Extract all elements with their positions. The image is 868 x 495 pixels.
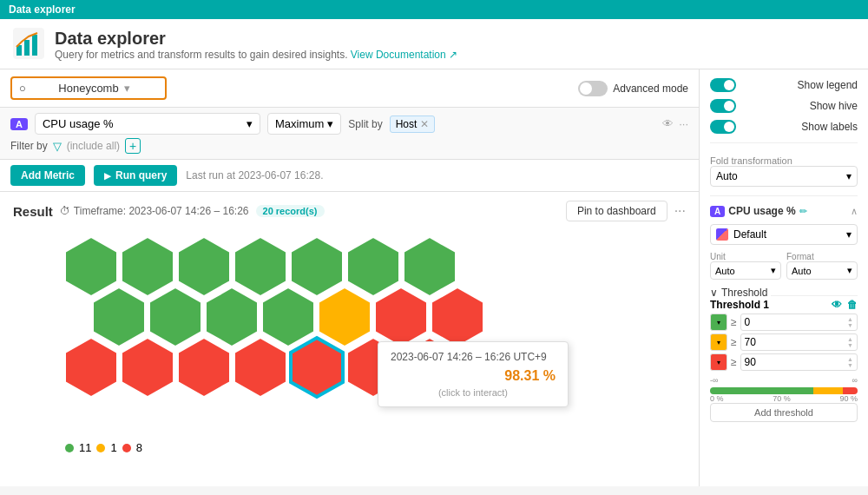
metric-a-badge: A	[710, 206, 725, 217]
threshold-color-yellow[interactable]: ▾	[710, 333, 727, 351]
threshold-section: ∨ Threshold Threshold 1 👁 🗑 ▾ ≥ 0 ▲▼	[710, 287, 858, 422]
header-icon	[13, 28, 44, 62]
threshold-header[interactable]: ∨ Threshold	[710, 287, 767, 299]
eye-icon[interactable]: 👁	[832, 299, 842, 311]
main-layout: ○ Honeycomb ▾ Advanced mode A CPU usage …	[0, 69, 868, 486]
svg-marker-13	[206, 287, 258, 346]
split-by-label: Split by	[348, 118, 382, 130]
threshold-rule-red: ▾ ≥ 90 ▲▼	[710, 353, 858, 371]
unit-select[interactable]: Auto ▾	[710, 261, 781, 280]
spinner-yellow[interactable]: ▲▼	[847, 336, 853, 348]
collapse-icon[interactable]: ∧	[851, 206, 858, 217]
chevron-down-icon: ▾	[847, 265, 852, 276]
divider-1	[710, 142, 858, 143]
tooltip-time: 2023-06-07 14:26 – 16:26 UTC+9	[391, 351, 556, 363]
advanced-mode-toggle[interactable]: Advanced mode	[578, 81, 688, 96]
metric-icons: 👁 ···	[662, 117, 688, 130]
threshold-color-red[interactable]: ▾	[710, 353, 727, 371]
filter-line: Filter by ▽ (include all) +	[10, 138, 688, 154]
spinner-green[interactable]: ▲▼	[847, 316, 853, 328]
result-title: Result	[13, 204, 53, 219]
honeycomb-tooltip[interactable]: 2023-06-07 14:26 – 16:26 UTC+9 98.31 % (…	[378, 341, 569, 407]
chevron-down-icon: ▾	[846, 170, 852, 182]
format-value: Auto	[792, 266, 812, 276]
svg-marker-15	[319, 287, 371, 346]
svg-marker-17	[431, 287, 483, 346]
unit-label: Unit	[710, 252, 781, 261]
aggregation-select[interactable]: Maximum ▾	[267, 113, 341, 135]
threshold-color-green[interactable]: ▾	[710, 314, 727, 331]
svg-marker-4	[65, 237, 117, 296]
legend-row: 11 1 8	[65, 441, 142, 454]
eye-icon[interactable]: 👁	[662, 117, 674, 130]
chevron-down-icon: ▾	[846, 228, 852, 241]
fold-select[interactable]: Auto ▾	[710, 166, 858, 187]
host-tag: Host ✕	[390, 116, 436, 133]
show-labels-label: Show labels	[801, 121, 858, 133]
timeframe: ⏱ Timeframe: 2023-06-07 14:26 – 16:26	[60, 205, 249, 217]
filter-icon[interactable]: ▽	[53, 140, 62, 153]
delete-icon[interactable]: 🗑	[847, 299, 858, 311]
svg-marker-12	[149, 287, 201, 346]
show-hive-row: Show hive	[710, 99, 858, 113]
svg-marker-7	[234, 237, 286, 296]
visualization-select[interactable]: ○ Honeycomb ▾	[10, 76, 167, 100]
svg-marker-11	[93, 287, 145, 346]
gte-yellow: ≥	[731, 336, 737, 348]
threshold-value-red[interactable]: 90 ▲▼	[740, 353, 858, 371]
titlebar-label: Data explorer	[9, 3, 76, 16]
svg-marker-22	[291, 338, 343, 397]
show-legend-label: Show legend	[798, 79, 858, 91]
remove-host-tag-button[interactable]: ✕	[420, 118, 429, 130]
result-actions: Pin to dashboard ···	[566, 201, 686, 221]
query-bar: ○ Honeycomb ▾ Advanced mode	[0, 69, 699, 108]
legend-yellow-count: 1	[110, 441, 116, 454]
chevron-down-icon: ▾	[771, 265, 776, 276]
edit-icon[interactable]: ✏	[799, 206, 807, 217]
honeycomb-visualization[interactable]: 2023-06-07 14:26 – 16:26 UTC+9 98.31 % (…	[13, 228, 686, 454]
more-icon[interactable]: ···	[679, 117, 688, 130]
svg-marker-5	[122, 237, 174, 296]
chevron-down-icon: ▾	[124, 82, 158, 95]
bar-segment-yellow	[813, 387, 843, 394]
svg-marker-8	[291, 237, 343, 296]
format-select[interactable]: Auto ▾	[786, 261, 858, 280]
add-filter-button[interactable]: +	[125, 138, 141, 154]
legend-green-count: 11	[79, 441, 91, 454]
record-badge: 20 record(s)	[256, 205, 325, 217]
honeycomb-svg	[13, 228, 621, 450]
chevron-down-icon: ▾	[327, 117, 333, 130]
docs-link[interactable]: View Documentation ↗	[351, 49, 457, 61]
legend-green-dot	[65, 444, 74, 452]
run-query-button[interactable]: ▶ Run query	[94, 165, 177, 186]
advanced-mode-toggle-switch[interactable]	[578, 81, 608, 96]
threshold-value-yellow[interactable]: 70 ▲▼	[740, 333, 858, 351]
show-labels-toggle[interactable]	[710, 120, 736, 134]
more-options-button[interactable]: ···	[674, 203, 686, 219]
pin-to-dashboard-button[interactable]: Pin to dashboard	[566, 201, 667, 221]
legend-yellow-dot	[96, 444, 105, 452]
header: Data explorer Query for metrics and tran…	[0, 19, 868, 69]
show-hive-toggle[interactable]	[710, 99, 736, 113]
svg-marker-18	[65, 338, 117, 397]
svg-marker-10	[404, 237, 456, 296]
metric-name-select[interactable]: CPU usage % ▾	[35, 113, 260, 135]
gte-green: ≥	[731, 316, 737, 328]
spinner-red[interactable]: ▲▼	[847, 356, 853, 368]
legend-red-count: 8	[136, 441, 142, 454]
threshold-value-green[interactable]: 0 ▲▼	[740, 314, 858, 331]
metric-line: A CPU usage % ▾ Maximum ▾ Split by Host …	[10, 113, 688, 135]
format-label: Format	[786, 252, 858, 261]
filter-value: (include all)	[67, 140, 120, 152]
bar-segment-red	[843, 387, 858, 394]
show-legend-toggle[interactable]	[710, 78, 736, 92]
add-metric-button[interactable]: Add Metric	[10, 165, 85, 186]
last-run-text: Last run at 2023-06-07 16:28.	[186, 169, 323, 182]
color-scheme-select[interactable]: Default ▾	[710, 224, 858, 245]
result-area: Result ⏱ Timeframe: 2023-06-07 14:26 – 1…	[0, 192, 699, 486]
add-threshold-button[interactable]: Add threshold	[710, 403, 858, 422]
svg-marker-16	[375, 287, 427, 346]
tooltip-hint: (click to interact)	[391, 387, 556, 398]
clock-icon: ⏱	[60, 205, 70, 217]
action-bar: Add Metric ▶ Run query Last run at 2023-…	[0, 160, 699, 192]
